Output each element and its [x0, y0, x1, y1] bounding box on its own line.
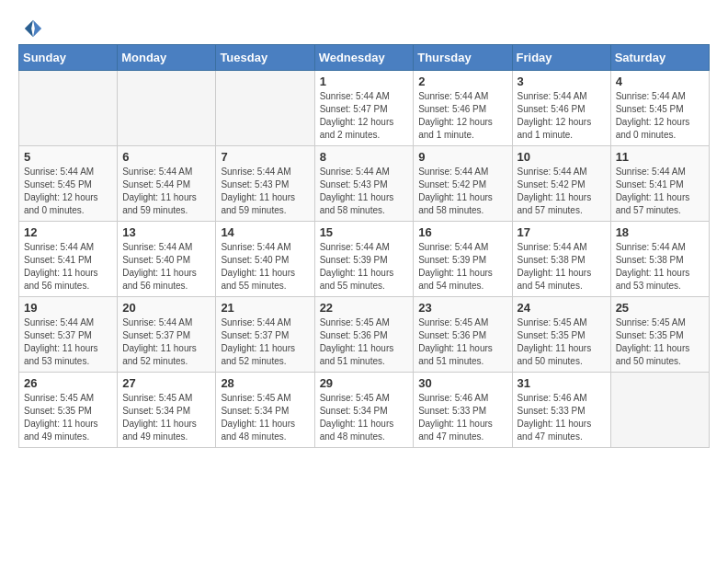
weekday-header-tuesday: Tuesday [216, 45, 314, 71]
calendar-cell: 2Sunrise: 5:44 AM Sunset: 5:46 PM Daylig… [414, 71, 512, 146]
day-info: Sunrise: 5:44 AM Sunset: 5:45 PM Dayligh… [616, 90, 704, 142]
weekday-header-wednesday: Wednesday [314, 45, 414, 71]
calendar-cell: 6Sunrise: 5:44 AM Sunset: 5:44 PM Daylig… [118, 146, 216, 222]
day-info: Sunrise: 5:44 AM Sunset: 5:46 PM Dayligh… [518, 90, 606, 142]
day-info: Sunrise: 5:46 AM Sunset: 5:33 PM Dayligh… [418, 392, 506, 443]
weekday-header-sunday: Sunday [19, 45, 118, 71]
day-info: Sunrise: 5:45 AM Sunset: 5:34 PM Dayligh… [320, 392, 409, 443]
day-info: Sunrise: 5:46 AM Sunset: 5:33 PM Dayligh… [518, 392, 606, 443]
weekday-header-thursday: Thursday [414, 45, 512, 71]
day-number: 6 [122, 150, 210, 164]
calendar-cell: 27Sunrise: 5:45 AM Sunset: 5:34 PM Dayli… [118, 373, 216, 448]
day-number: 1 [320, 75, 409, 88]
calendar-cell: 18Sunrise: 5:44 AM Sunset: 5:38 PM Dayli… [610, 222, 709, 297]
day-number: 9 [418, 150, 506, 164]
day-number: 27 [122, 376, 210, 390]
day-info: Sunrise: 5:44 AM Sunset: 5:47 PM Dayligh… [320, 90, 409, 142]
day-number: 21 [221, 301, 309, 315]
day-info: Sunrise: 5:45 AM Sunset: 5:35 PM Dayligh… [616, 316, 704, 368]
day-number: 29 [320, 376, 409, 390]
day-info: Sunrise: 5:44 AM Sunset: 5:46 PM Dayligh… [418, 90, 506, 142]
day-number: 3 [518, 75, 606, 88]
calendar-week-row: 5Sunrise: 5:44 AM Sunset: 5:45 PM Daylig… [19, 146, 710, 222]
day-number: 8 [320, 150, 409, 164]
calendar-cell: 7Sunrise: 5:44 AM Sunset: 5:43 PM Daylig… [216, 146, 314, 222]
day-number: 7 [221, 150, 309, 164]
header [18, 18, 710, 35]
day-info: Sunrise: 5:44 AM Sunset: 5:42 PM Dayligh… [518, 166, 606, 217]
day-info: Sunrise: 5:45 AM Sunset: 5:34 PM Dayligh… [221, 392, 309, 443]
calendar-cell [216, 71, 314, 146]
calendar-cell: 29Sunrise: 5:45 AM Sunset: 5:34 PM Dayli… [314, 373, 414, 448]
calendar-cell: 26Sunrise: 5:45 AM Sunset: 5:35 PM Dayli… [19, 373, 118, 448]
day-info: Sunrise: 5:44 AM Sunset: 5:41 PM Dayligh… [616, 166, 704, 217]
svg-marker-1 [25, 20, 33, 37]
day-info: Sunrise: 5:45 AM Sunset: 5:35 PM Dayligh… [518, 316, 606, 368]
calendar-cell: 30Sunrise: 5:46 AM Sunset: 5:33 PM Dayli… [414, 373, 512, 448]
weekday-header-monday: Monday [118, 45, 216, 71]
day-info: Sunrise: 5:44 AM Sunset: 5:43 PM Dayligh… [221, 166, 309, 217]
day-number: 14 [221, 225, 309, 239]
day-info: Sunrise: 5:44 AM Sunset: 5:45 PM Dayligh… [24, 166, 112, 217]
day-number: 18 [616, 225, 704, 239]
calendar-cell: 22Sunrise: 5:45 AM Sunset: 5:36 PM Dayli… [314, 297, 414, 373]
calendar-cell: 17Sunrise: 5:44 AM Sunset: 5:38 PM Dayli… [512, 222, 610, 297]
day-info: Sunrise: 5:44 AM Sunset: 5:40 PM Dayligh… [221, 241, 309, 293]
day-info: Sunrise: 5:44 AM Sunset: 5:44 PM Dayligh… [122, 166, 210, 217]
calendar-cell: 16Sunrise: 5:44 AM Sunset: 5:39 PM Dayli… [414, 222, 512, 297]
calendar-cell [118, 71, 216, 146]
day-number: 11 [616, 150, 704, 164]
calendar-table: SundayMondayTuesdayWednesdayThursdayFrid… [18, 44, 710, 448]
day-number: 22 [320, 301, 409, 315]
logo-text [18, 18, 43, 39]
calendar-cell: 14Sunrise: 5:44 AM Sunset: 5:40 PM Dayli… [216, 222, 314, 297]
calendar-cell: 20Sunrise: 5:44 AM Sunset: 5:37 PM Dayli… [118, 297, 216, 373]
calendar-cell: 1Sunrise: 5:44 AM Sunset: 5:47 PM Daylig… [314, 71, 414, 146]
calendar-header-row: SundayMondayTuesdayWednesdayThursdayFrid… [19, 45, 710, 71]
day-number: 12 [24, 225, 112, 239]
calendar-cell: 3Sunrise: 5:44 AM Sunset: 5:46 PM Daylig… [512, 71, 610, 146]
calendar-week-row: 19Sunrise: 5:44 AM Sunset: 5:37 PM Dayli… [19, 297, 710, 373]
day-info: Sunrise: 5:44 AM Sunset: 5:38 PM Dayligh… [616, 241, 704, 293]
calendar-cell [610, 373, 709, 448]
day-info: Sunrise: 5:45 AM Sunset: 5:35 PM Dayligh… [24, 392, 112, 443]
day-info: Sunrise: 5:44 AM Sunset: 5:40 PM Dayligh… [122, 241, 210, 293]
calendar-cell: 21Sunrise: 5:44 AM Sunset: 5:37 PM Dayli… [216, 297, 314, 373]
day-info: Sunrise: 5:44 AM Sunset: 5:37 PM Dayligh… [221, 316, 309, 368]
calendar-cell: 9Sunrise: 5:44 AM Sunset: 5:42 PM Daylig… [414, 146, 512, 222]
calendar-cell [19, 71, 118, 146]
calendar-cell: 31Sunrise: 5:46 AM Sunset: 5:33 PM Dayli… [512, 373, 610, 448]
day-info: Sunrise: 5:45 AM Sunset: 5:36 PM Dayligh… [320, 316, 409, 368]
day-info: Sunrise: 5:44 AM Sunset: 5:37 PM Dayligh… [24, 316, 112, 368]
day-info: Sunrise: 5:44 AM Sunset: 5:38 PM Dayligh… [518, 241, 606, 293]
day-number: 15 [320, 225, 409, 239]
day-number: 2 [418, 75, 506, 88]
day-number: 25 [616, 301, 704, 315]
day-number: 4 [616, 75, 704, 88]
calendar-cell: 15Sunrise: 5:44 AM Sunset: 5:39 PM Dayli… [314, 222, 414, 297]
calendar-cell: 12Sunrise: 5:44 AM Sunset: 5:41 PM Dayli… [19, 222, 118, 297]
calendar-week-row: 1Sunrise: 5:44 AM Sunset: 5:47 PM Daylig… [19, 71, 710, 146]
weekday-header-friday: Friday [512, 45, 610, 71]
day-number: 16 [418, 225, 506, 239]
day-number: 19 [24, 301, 112, 315]
calendar-cell: 24Sunrise: 5:45 AM Sunset: 5:35 PM Dayli… [512, 297, 610, 373]
calendar-cell: 10Sunrise: 5:44 AM Sunset: 5:42 PM Dayli… [512, 146, 610, 222]
day-number: 24 [518, 301, 606, 315]
svg-marker-0 [33, 20, 41, 37]
day-number: 13 [122, 225, 210, 239]
calendar-cell: 28Sunrise: 5:45 AM Sunset: 5:34 PM Dayli… [216, 373, 314, 448]
calendar-cell: 25Sunrise: 5:45 AM Sunset: 5:35 PM Dayli… [610, 297, 709, 373]
calendar-cell: 13Sunrise: 5:44 AM Sunset: 5:40 PM Dayli… [118, 222, 216, 297]
calendar-week-row: 26Sunrise: 5:45 AM Sunset: 5:35 PM Dayli… [19, 373, 710, 448]
day-number: 10 [518, 150, 606, 164]
day-number: 31 [518, 376, 606, 390]
weekday-header-saturday: Saturday [610, 45, 709, 71]
calendar-cell: 4Sunrise: 5:44 AM Sunset: 5:45 PM Daylig… [610, 71, 709, 146]
calendar-cell: 23Sunrise: 5:45 AM Sunset: 5:36 PM Dayli… [414, 297, 512, 373]
logo-icon [23, 18, 43, 39]
day-info: Sunrise: 5:45 AM Sunset: 5:34 PM Dayligh… [122, 392, 210, 443]
day-info: Sunrise: 5:44 AM Sunset: 5:43 PM Dayligh… [320, 166, 409, 217]
day-number: 26 [24, 376, 112, 390]
day-info: Sunrise: 5:44 AM Sunset: 5:37 PM Dayligh… [122, 316, 210, 368]
